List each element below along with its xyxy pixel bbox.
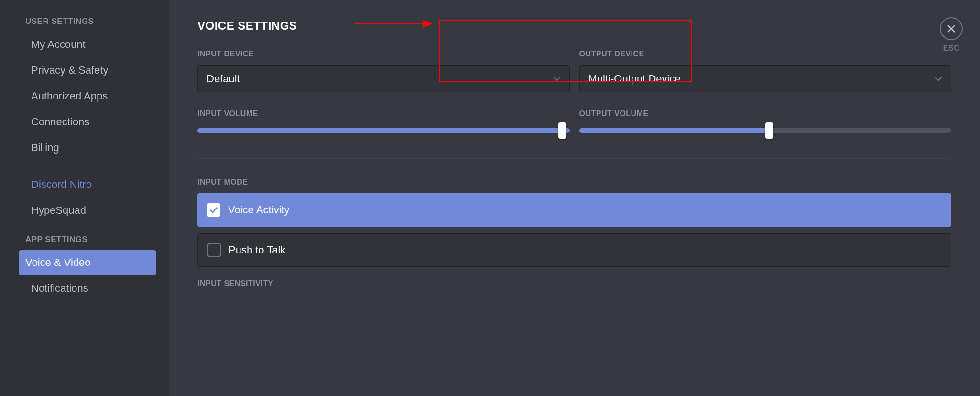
output-volume-column: OUTPUT VOLUME	[579, 110, 952, 135]
slider-fill	[197, 128, 570, 133]
slider-thumb[interactable]	[765, 122, 773, 139]
sidebar-item-connections[interactable]: Connections	[6, 110, 163, 134]
input-volume-label: INPUT VOLUME	[197, 110, 570, 118]
slider-thumb[interactable]	[558, 122, 566, 139]
sidebar-item-privacy-safety[interactable]: Privacy & Safety	[6, 58, 163, 83]
input-device-column: INPUT DEVICE Default	[197, 50, 570, 92]
esc-label: ESC	[943, 44, 959, 53]
divider	[197, 158, 951, 159]
input-mode-push-to-talk[interactable]: Push to Talk	[197, 233, 951, 267]
output-device-label: OUTPUT DEVICE	[579, 50, 952, 58]
output-device-value: Multi-Output Device	[588, 73, 681, 85]
output-device-select[interactable]: Multi-Output Device	[579, 65, 952, 92]
output-volume-label: OUTPUT VOLUME	[579, 110, 952, 118]
checkbox-unchecked-icon	[207, 243, 221, 257]
checkbox-checked-icon	[207, 203, 220, 217]
chevron-down-icon	[553, 77, 561, 81]
sidebar-item-hypesquad[interactable]: HypeSquad	[6, 198, 163, 223]
input-mode-voice-activity[interactable]: Voice Activity	[197, 193, 951, 227]
sidebar-item-my-account[interactable]: My Account	[6, 32, 163, 57]
app-settings-header: APP SETTINGS	[0, 235, 169, 249]
input-device-select[interactable]: Default	[197, 65, 570, 92]
sidebar-item-discord-nitro[interactable]: Discord Nitro	[6, 172, 163, 197]
user-settings-header: USER SETTINGS	[0, 17, 169, 31]
sidebar-item-voice-video[interactable]: Voice & Video	[19, 250, 156, 275]
close-button[interactable]: ESC	[940, 17, 963, 53]
input-sensitivity-label: INPUT SENSITIVITY	[197, 279, 951, 288]
divider	[25, 229, 143, 229]
main-content: VOICE SETTINGS INPUT DEVICE Default OUTP…	[169, 0, 980, 396]
sidebar-item-billing[interactable]: Billing	[6, 135, 163, 160]
sidebar-item-notifications[interactable]: Notifications	[6, 276, 163, 301]
close-icon	[940, 17, 963, 40]
input-volume-column: INPUT VOLUME	[197, 110, 570, 135]
output-device-column: OUTPUT DEVICE Multi-Output Device	[579, 50, 952, 92]
input-device-value: Default	[207, 73, 240, 85]
divider	[25, 166, 143, 166]
output-volume-slider[interactable]	[579, 126, 952, 135]
page-title: VOICE SETTINGS	[197, 19, 951, 33]
chevron-down-icon	[935, 77, 942, 81]
radio-label: Push to Talk	[229, 244, 285, 256]
input-device-label: INPUT DEVICE	[197, 50, 570, 58]
sidebar-item-authorized-apps[interactable]: Authorized Apps	[6, 84, 163, 109]
input-volume-slider[interactable]	[197, 126, 570, 135]
sidebar: USER SETTINGS My Account Privacy & Safet…	[0, 0, 169, 396]
input-mode-label: INPUT MODE	[197, 178, 951, 187]
radio-label: Voice Activity	[228, 204, 289, 216]
slider-fill	[579, 128, 769, 133]
